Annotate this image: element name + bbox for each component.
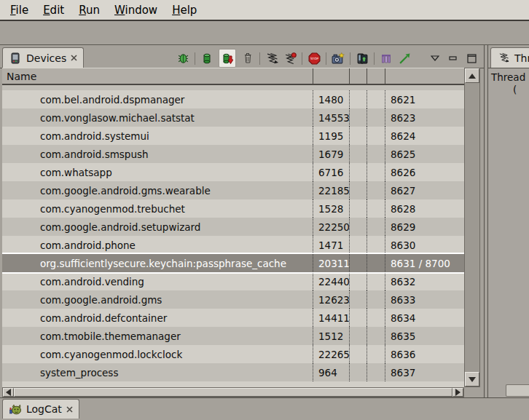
- empty-cell: [349, 254, 367, 272]
- table-row[interactable]: com.google.android.gms126238633: [2, 290, 464, 309]
- minimize-icon[interactable]: [447, 52, 460, 65]
- table-row-selected[interactable]: org.sufficientlysecure.keychain:passphra…: [2, 254, 464, 272]
- pid-cell: 22185: [313, 181, 349, 199]
- tab-logcat[interactable]: LogCat: [2, 399, 79, 419]
- empty-cell: [367, 145, 385, 163]
- threads-horizontal-scrollbar[interactable]: [506, 384, 529, 397]
- tab-devices-label: Devices: [26, 52, 66, 64]
- tab-threads[interactable]: Threads: [490, 47, 529, 68]
- empty-cell: [367, 363, 385, 381]
- vertical-scrollbar[interactable]: [464, 68, 480, 387]
- table-row[interactable]: com.tmobile.thememanager15128635: [2, 327, 464, 345]
- process-name-cell: org.sufficientlysecure.keychain:passphra…: [2, 254, 313, 272]
- table-row[interactable]: com.android.systemui11958624: [2, 127, 464, 145]
- table-row[interactable]: com.android.phone14718630: [2, 236, 464, 254]
- process-name-cell: com.android.phone: [2, 236, 313, 254]
- heap-icon[interactable]: [200, 52, 213, 65]
- gc-trash-icon[interactable]: [241, 52, 254, 65]
- bottom-tabbar: LogCat: [0, 397, 529, 420]
- maximize-icon[interactable]: [465, 52, 478, 65]
- table-row[interactable]: com.vonglasow.michael.satstat145538623: [2, 108, 464, 127]
- toolbar-separator: [259, 52, 260, 65]
- menu-item-help[interactable]: Help: [165, 1, 204, 19]
- column-header-name[interactable]: Name: [7, 71, 36, 82]
- toolbar-separator: [195, 52, 195, 65]
- table-row[interactable]: com.android.smspush16798625: [2, 145, 464, 163]
- table-row[interactable]: com.android.defcontainer144118634: [2, 309, 464, 327]
- close-icon[interactable]: [66, 406, 73, 413]
- empty-cell: [367, 254, 385, 272]
- empty-cell: [349, 218, 367, 236]
- horizontal-scrollbar-thumb[interactable]: [14, 388, 452, 397]
- vertical-scrollbar-track[interactable]: [465, 83, 479, 372]
- threads-tabbar: Threads: [488, 45, 529, 68]
- port-cell: 8629: [385, 218, 464, 236]
- devices-view: Devices: [0, 45, 484, 397]
- process-name-cell: com.android.smspush: [2, 145, 313, 163]
- main-toolbar: [0, 21, 529, 45]
- empty-cell: [349, 345, 367, 363]
- horizontal-scrollbar[interactable]: [2, 387, 464, 397]
- scroll-up-button[interactable]: [465, 68, 479, 83]
- port-cell: 8635: [385, 327, 464, 345]
- screenshot-camera-icon[interactable]: [332, 52, 345, 65]
- menu-item-run[interactable]: Run: [71, 1, 107, 19]
- table-row-partial[interactable]: [2, 85, 464, 90]
- table-row[interactable]: com.whatsapp67168626: [2, 163, 464, 181]
- port-cell: 8623: [385, 108, 464, 127]
- empty-cell: [367, 345, 385, 363]
- table-row[interactable]: com.google.android.gms.wearable221858627: [2, 181, 464, 199]
- menu-item-file[interactable]: File: [3, 1, 36, 19]
- port-cell: 8627: [385, 181, 464, 199]
- scroll-down-button[interactable]: [465, 372, 479, 387]
- empty-cell: [349, 290, 367, 309]
- toolbar-separator: [326, 52, 326, 65]
- column-divider[interactable]: [367, 68, 367, 84]
- pid-cell: 22440: [313, 272, 349, 290]
- right-arrow-icon: [455, 389, 461, 396]
- hierarchy-view-icon[interactable]: [380, 52, 393, 65]
- pid-cell: 12623: [313, 290, 349, 309]
- process-name-cell: com.whatsapp: [2, 163, 313, 181]
- empty-cell: [367, 290, 385, 309]
- empty-cell: [367, 108, 385, 127]
- process-name-cell: com.google.android.setupwizard: [2, 218, 313, 236]
- process-name-cell: com.android.systemui: [2, 127, 313, 145]
- column-divider[interactable]: [385, 68, 385, 84]
- left-arrow-icon: [6, 389, 11, 396]
- empty-cell: [367, 272, 385, 290]
- table-row[interactable]: com.android.vending224408632: [2, 272, 464, 290]
- table-row[interactable]: com.bel.android.dspmanager14808621: [2, 90, 464, 108]
- menu-item-edit[interactable]: Edit: [36, 1, 71, 19]
- scroll-right-button[interactable]: [452, 388, 463, 397]
- tab-devices[interactable]: Devices: [2, 47, 84, 68]
- down-arrow-icon: [469, 377, 476, 382]
- table-row[interactable]: com.google.android.setupwizard222508629: [2, 218, 464, 236]
- menu-item-window[interactable]: Window: [107, 1, 165, 19]
- threads-icon[interactable]: [265, 52, 278, 65]
- process-name-cell: com.cyanogenmod.trebuchet: [2, 199, 313, 218]
- port-cell: 8634: [385, 309, 464, 327]
- column-divider[interactable]: [349, 68, 350, 84]
- port-cell: 8636: [385, 345, 464, 363]
- system-info-icon[interactable]: [398, 52, 411, 65]
- column-divider[interactable]: [313, 68, 313, 84]
- table-row[interactable]: com.cyanogenmod.trebuchet15288628: [2, 199, 464, 218]
- empty-cell: [367, 127, 385, 145]
- heap-dump-icon[interactable]: [219, 49, 236, 68]
- threads-message-line: Thread up: [491, 71, 527, 84]
- view-menu-icon[interactable]: [428, 52, 442, 65]
- empty-cell: [367, 90, 385, 108]
- close-icon[interactable]: [71, 55, 77, 61]
- table-row[interactable]: com.cyanogenmod.lockclock222658636: [2, 345, 464, 363]
- scroll-left-button[interactable]: [3, 388, 14, 397]
- toolbar-separator: [302, 52, 302, 65]
- empty-cell: [349, 181, 367, 199]
- phone-device-icon[interactable]: [356, 52, 369, 65]
- stop-icon[interactable]: STOP: [307, 52, 321, 65]
- method-profiling-icon[interactable]: [283, 52, 297, 65]
- up-arrow-icon: [469, 74, 476, 79]
- empty-cell: [349, 145, 367, 163]
- table-row[interactable]: system_process9648637: [2, 363, 464, 381]
- debug-bug-icon[interactable]: [176, 52, 189, 65]
